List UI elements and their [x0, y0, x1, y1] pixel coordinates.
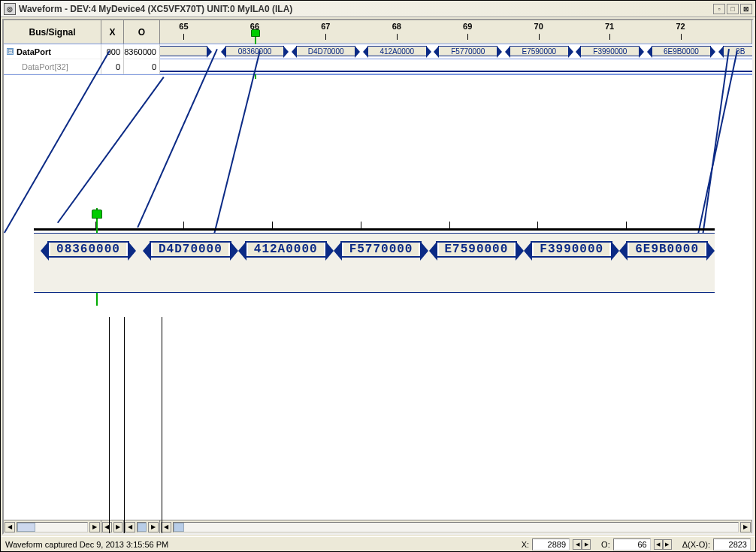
zoom-body: 08360000 D4D70000 412A0000 F5770000 E759…: [34, 233, 715, 293]
zoom-panel: 08360000 D4D70000 412A0000 F5770000 E759…: [34, 216, 715, 298]
tick-label: 67: [321, 22, 330, 31]
scroll-track[interactable]: [137, 522, 147, 532]
header-o: O: [124, 20, 160, 44]
content-area: Bus/Signal X O 65 66 67 68 69 70 71: [2, 19, 754, 535]
tick-label: 68: [392, 22, 401, 31]
tick-mark: [183, 34, 184, 40]
tick-mark: [539, 34, 540, 40]
scrollbar-row: ◀ ▶ ◀ ▶ ◀ ▶ ◀ ▶: [4, 520, 752, 533]
status-delta-value: 2823: [713, 538, 751, 550]
wave-canvas[interactable]: 08360000 D4D70000 412A0000 F5770000 E759…: [160, 44, 752, 74]
zoom-segment: 08360000: [47, 241, 129, 258]
tick-label: 72: [676, 22, 685, 31]
signal-label: DataPort: [17, 47, 51, 56]
bus-segment: F3990000: [580, 46, 640, 56]
bus-segment: E7590000: [510, 46, 569, 56]
bus-segment: 412A0000: [367, 46, 427, 56]
signal-o-cell: 0: [124, 59, 160, 74]
scroll-left-icon[interactable]: ◀: [102, 522, 112, 532]
wave-row-bus: 08360000 D4D70000 412A0000 F5770000 E759…: [160, 44, 752, 59]
tick-mark: [681, 34, 682, 40]
bus-segment: 08360000: [225, 46, 285, 56]
bus-segment: F5770000: [438, 46, 497, 56]
zoom-tick: [183, 222, 184, 231]
tick-mark: [325, 34, 326, 40]
zoom-segment: D4D70000: [150, 241, 231, 258]
tick-mark: [467, 34, 468, 40]
status-captured: Waveform captured Dec 9, 2013 3:15:56 PM: [5, 540, 168, 549]
scroll-right-icon[interactable]: ▶: [89, 522, 100, 532]
signal-label: DataPort[32]: [7, 62, 68, 71]
tick-label: 65: [179, 22, 188, 31]
spin-right-icon[interactable]: ▶: [582, 539, 591, 550]
header-x: X: [101, 20, 124, 44]
zoom-tick: [449, 222, 450, 231]
x-spinner[interactable]: ◀▶: [573, 539, 591, 550]
zoom-segment: F3990000: [531, 241, 612, 258]
tick-mark: [609, 34, 610, 40]
status-delta-label: Δ(X-O):: [682, 540, 710, 549]
scroll-right-icon[interactable]: ▶: [113, 522, 123, 532]
signal-o-cell: 08360000: [124, 44, 160, 59]
o-spinner[interactable]: ◀▶: [654, 539, 672, 550]
status-o-label: O:: [601, 540, 610, 549]
signal-rows: ⊟ DataPort 000 08360000 DataPort[32] 0 0: [4, 44, 752, 75]
scroll-right-icon[interactable]: ▶: [740, 522, 751, 532]
zoom-segment: E7590000: [436, 241, 518, 258]
zoom-tick: [626, 222, 627, 231]
spin-left-icon[interactable]: ◀: [654, 539, 663, 550]
divider-line: [124, 317, 125, 535]
time-ruler[interactable]: 65 66 67 68 69 70 71 72: [160, 20, 751, 44]
scroll-left-icon[interactable]: ◀: [5, 522, 15, 532]
divider-line: [162, 317, 162, 535]
header-ruler: 65 66 67 68 69 70 71 72: [160, 20, 752, 44]
zoom-ruler: [34, 216, 715, 231]
scroll-right-icon[interactable]: ▶: [148, 522, 159, 532]
tick-mark: [397, 34, 398, 40]
zoom-segment: F5770000: [340, 241, 422, 258]
minimize-button[interactable]: ▫: [713, 4, 725, 14]
spin-left-icon[interactable]: ◀: [573, 539, 582, 550]
scroll-track[interactable]: [173, 522, 739, 532]
status-bar: Waveform captured Dec 9, 2013 3:15:56 PM…: [1, 536, 755, 551]
zoom-segment: 412A0000: [245, 241, 327, 258]
maximize-button[interactable]: □: [727, 4, 739, 14]
status-x-label: X:: [522, 540, 529, 549]
bus-segment: 6E9B0000: [652, 46, 711, 56]
tick-label: 70: [534, 22, 543, 31]
collapse-icon[interactable]: ⊟: [7, 48, 14, 55]
scrollbar-wave[interactable]: ◀ ▶: [160, 520, 752, 533]
scrollbar-x[interactable]: ◀ ▶: [101, 520, 124, 533]
titlebar: ◎ Waveform - DEV:4 MyDevice4 (XC5VFX70T)…: [1, 1, 755, 17]
scroll-track[interactable]: [17, 522, 88, 532]
waveform-window: ◎ Waveform - DEV:4 MyDevice4 (XC5VFX70T)…: [0, 0, 756, 552]
header-bus-signal: Bus/Signal: [4, 20, 101, 44]
bus-segment: D4D70000: [296, 46, 355, 56]
close-button[interactable]: ⊠: [740, 4, 752, 14]
signal-x-cell: 0: [101, 59, 124, 74]
scroll-left-icon[interactable]: ◀: [161, 522, 171, 532]
scrollbar-o[interactable]: ◀ ▶: [124, 520, 160, 533]
signal-name-cell: ⊟ DataPort: [4, 44, 101, 59]
scroll-left-icon[interactable]: ◀: [125, 522, 135, 532]
window-title: Waveform - DEV:4 MyDevice4 (XC5VFX70T) U…: [19, 4, 292, 14]
zoom-tick: [361, 222, 361, 231]
signal-row-dataport[interactable]: ⊟ DataPort 000 08360000: [4, 44, 160, 59]
bus-segment: [160, 46, 207, 56]
signal-row-dataport32[interactable]: DataPort[32] 0 0: [4, 59, 160, 74]
tick-label: 71: [605, 22, 614, 31]
scrollbar-signal[interactable]: ◀ ▶: [4, 520, 101, 533]
spin-right-icon[interactable]: ▶: [663, 539, 672, 550]
zoom-segment: 6E9B0000: [626, 241, 708, 258]
app-icon: ◎: [4, 3, 16, 15]
zoom-tick: [537, 222, 538, 231]
bit-trace: [160, 71, 752, 72]
divider-line: [109, 317, 110, 535]
status-x-value: 2889: [532, 538, 570, 550]
wave-row-bit: [160, 59, 752, 74]
tick-label: 69: [463, 22, 472, 31]
grid-header: Bus/Signal X O 65 66 67 68 69 70 71: [4, 20, 752, 44]
signal-name-cell: DataPort[32]: [4, 59, 101, 74]
status-o-value: 66: [613, 538, 651, 550]
zoom-tick: [272, 222, 273, 231]
